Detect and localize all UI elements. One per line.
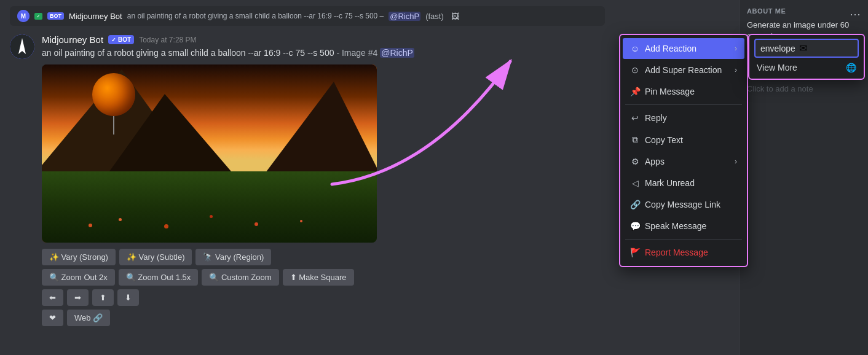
menu-item-pin-left: 📌 Pin Message	[630, 87, 695, 96]
apps-label: Apps	[645, 157, 665, 166]
chat-area: M ✓ BOT Midjourney Bot an oil painting o…	[0, 0, 615, 355]
menu-item-add-reaction-left: ☺ Add Reaction	[630, 44, 696, 53]
flower-1	[89, 224, 92, 227]
button-row-3: ⬅ ➡ ⬆ ⬇	[42, 289, 605, 306]
notification-speed: (fast)	[425, 12, 444, 21]
view-more-label: View More	[757, 63, 797, 72]
menu-item-report-message[interactable]: 🚩 Report Message	[623, 242, 744, 263]
balloon	[92, 73, 135, 116]
custom-zoom-button[interactable]: 🔍 Custom Zoom	[202, 269, 278, 286]
bot-badge: ✓ BOT	[108, 35, 134, 44]
notification-image-icon: 🖼	[451, 12, 459, 21]
copy-message-link-label: Copy Message Link	[645, 200, 720, 209]
more-options-button[interactable]: ⋯	[850, 7, 861, 21]
mountains	[42, 109, 377, 180]
globe-icon: 🌐	[846, 63, 856, 72]
mountain-3	[260, 82, 377, 180]
menu-item-copy-text[interactable]: ⧉ Copy Text	[623, 129, 744, 150]
message-content: Midjourney Bot ✓ BOT Today at 7:28 PM an…	[42, 34, 605, 330]
menu-item-super-left: ⊙ Add Super Reaction	[630, 65, 722, 75]
verified-check: ✓	[34, 13, 42, 20]
mark-unread-label: Mark Unread	[645, 178, 695, 188]
menu-divider-1	[625, 104, 742, 105]
message-timestamp: Today at 7:28 PM	[139, 36, 196, 44]
zoom-out-1-5x-button[interactable]: 🔍 Zoom Out 1.5x	[119, 269, 199, 286]
vary-subtle-button[interactable]: ✨ Vary (Subtle)	[119, 249, 192, 265]
emoji-view-more[interactable]: View More 🌐	[754, 58, 859, 75]
menu-divider-2	[625, 239, 742, 240]
menu-item-mark-unread[interactable]: ◁ Mark Unread	[623, 173, 744, 193]
menu-item-copy-text-left: ⧉ Copy Text	[630, 135, 683, 145]
button-row-2: 🔍 Zoom Out 2x 🔍 Zoom Out 1.5x 🔍 Custom Z…	[42, 269, 605, 286]
svg-text:M: M	[21, 13, 26, 20]
heart-button[interactable]: ❤	[42, 310, 63, 326]
apps-icon: ⚙	[630, 157, 640, 166]
report-message-label: Report Message	[645, 248, 708, 257]
menu-item-mark-unread-left: ◁ Mark Unread	[630, 178, 695, 188]
envelope-icon: ✉	[799, 42, 807, 54]
emoji-search-row[interactable]: envelope ✉	[754, 39, 859, 58]
make-square-button[interactable]: ⬆ Make Square	[283, 269, 354, 286]
menu-item-speak-left: 💬 Speak Message	[630, 221, 706, 231]
image-label: - Image #4	[336, 48, 380, 58]
check-verified: ✓	[111, 37, 116, 43]
vary-region-button[interactable]: 🔭 Vary (Region)	[195, 249, 271, 265]
speak-message-icon: 💬	[630, 221, 640, 231]
menu-item-copy-message-link[interactable]: 🔗 Copy Message Link	[623, 194, 744, 215]
message-username: Midjourney Bot	[42, 34, 103, 45]
reply-label: Reply	[645, 113, 667, 123]
message-text: an oil painting of a robot giving a smal…	[42, 47, 605, 60]
copy-text-icon: ⧉	[630, 135, 640, 145]
notification-text: an oil painting of a robot giving a smal…	[127, 12, 384, 20]
note-placeholder[interactable]: Click to add a note	[747, 84, 861, 93]
menu-item-add-super-reaction[interactable]: ⊙ Add Super Reaction ›	[623, 60, 744, 80]
notification-mention: @RichP	[389, 12, 420, 21]
emoji-submenu: envelope ✉ View More 🌐	[748, 34, 865, 80]
menu-item-pin-message[interactable]: 📌 Pin Message	[623, 81, 744, 102]
speak-message-label: Speak Message	[645, 221, 706, 231]
flower-3	[164, 224, 168, 228]
menu-item-add-reaction[interactable]: ☺ Add Reaction ›	[623, 38, 744, 59]
report-message-icon: 🚩	[630, 248, 640, 257]
apps-chevron: ›	[735, 157, 737, 166]
flower-5	[254, 222, 258, 226]
bot-badge-small: BOT	[47, 12, 64, 20]
notification-bot-name: Midjourney Bot	[69, 12, 122, 21]
pin-message-label: Pin Message	[645, 87, 695, 96]
menu-item-apps-left: ⚙ Apps	[630, 157, 665, 166]
button-row-4: ❤ Web 🔗	[42, 310, 605, 326]
zoom-out-2x-button[interactable]: 🔍 Zoom Out 2x	[42, 269, 115, 286]
copy-link-icon: 🔗	[630, 200, 640, 209]
arrow-right-button[interactable]: ➡	[67, 289, 89, 306]
flower-2	[119, 218, 122, 221]
message-header: Midjourney Bot ✓ BOT Today at 7:28 PM	[42, 34, 605, 45]
add-reaction-label: Add Reaction	[645, 44, 696, 53]
mark-unread-icon: ◁	[630, 178, 640, 188]
arrow-down-button[interactable]: ⬇	[117, 289, 139, 306]
menu-item-apps[interactable]: ⚙ Apps ›	[623, 151, 744, 172]
add-super-reaction-label: Add Super Reaction	[645, 65, 722, 75]
menu-item-copy-link-left: 🔗 Copy Message Link	[630, 200, 720, 209]
prompt-text: an oil painting of a robot giving a smal…	[42, 48, 334, 58]
add-reaction-chevron: ›	[735, 44, 737, 53]
notification-avatar: M	[17, 10, 30, 22]
vary-strong-button[interactable]: ✨ Vary (Strong)	[42, 249, 116, 265]
pin-message-icon: 📌	[630, 87, 640, 96]
arrow-up-button[interactable]: ⬆	[92, 289, 114, 306]
context-menu: ☺ Add Reaction › ⊙ Add Super Reaction › …	[619, 34, 748, 267]
menu-item-reply[interactable]: ↩ Reply	[623, 107, 744, 128]
menu-item-speak-message[interactable]: 💬 Speak Message	[623, 216, 744, 236]
flower-4	[210, 215, 213, 218]
notification-bar: M ✓ BOT Midjourney Bot an oil painting o…	[10, 6, 605, 26]
web-button[interactable]: Web 🔗	[67, 310, 110, 326]
add-super-reaction-icon: ⊙	[630, 65, 640, 75]
reply-icon: ↩	[630, 113, 640, 123]
menu-item-report-left: 🚩 Report Message	[630, 248, 708, 257]
avatar	[10, 34, 34, 59]
message-image	[42, 64, 377, 243]
emoji-search-text: envelope	[760, 44, 795, 53]
menu-item-reply-left: ↩ Reply	[630, 113, 667, 123]
add-reaction-icon: ☺	[630, 44, 640, 53]
about-me-title: ABOUT ME	[747, 7, 861, 15]
arrow-left-button[interactable]: ⬅	[42, 289, 63, 306]
